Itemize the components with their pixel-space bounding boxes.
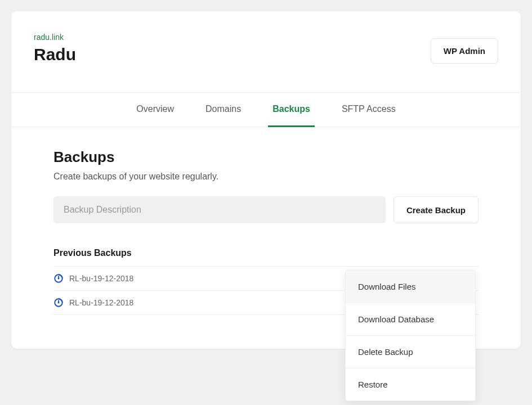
spinner-icon (53, 273, 64, 284)
previous-backups-title: Previous Backups (53, 248, 479, 258)
header: radu.link Radu WP Admin (11, 11, 521, 92)
create-backup-row: Create Backup (53, 196, 479, 223)
backup-description-input[interactable] (53, 196, 386, 223)
create-backup-button[interactable]: Create Backup (394, 196, 479, 223)
section-description: Create backups of your website regularly… (53, 172, 479, 182)
menu-restore[interactable]: Restore (346, 368, 475, 400)
tabs: Overview Domains Backups SFTP Access (11, 92, 521, 127)
domain-link[interactable]: radu.link (34, 33, 76, 42)
tab-domains[interactable]: Domains (201, 93, 245, 127)
site-card: radu.link Radu WP Admin Overview Domains… (11, 11, 521, 349)
backup-actions-menu: Download Files Download Database Delete … (345, 270, 476, 401)
section-title: Backups (53, 148, 479, 166)
wp-admin-button[interactable]: WP Admin (431, 38, 498, 64)
menu-delete-backup[interactable]: Delete Backup (346, 336, 475, 368)
svg-point-3 (58, 302, 60, 304)
backup-name: RL-bu-19-12-2018 (69, 298, 133, 307)
backup-name: RL-bu-19-12-2018 (69, 274, 133, 283)
tab-overview[interactable]: Overview (132, 93, 178, 127)
header-left: radu.link Radu (34, 33, 76, 64)
menu-download-files[interactable]: Download Files (346, 271, 475, 303)
site-title: Radu (34, 45, 76, 64)
svg-point-1 (58, 278, 60, 280)
menu-download-database[interactable]: Download Database (346, 303, 475, 336)
tab-backups[interactable]: Backups (268, 93, 315, 127)
tab-sftp[interactable]: SFTP Access (337, 93, 400, 127)
spinner-icon (53, 298, 64, 308)
